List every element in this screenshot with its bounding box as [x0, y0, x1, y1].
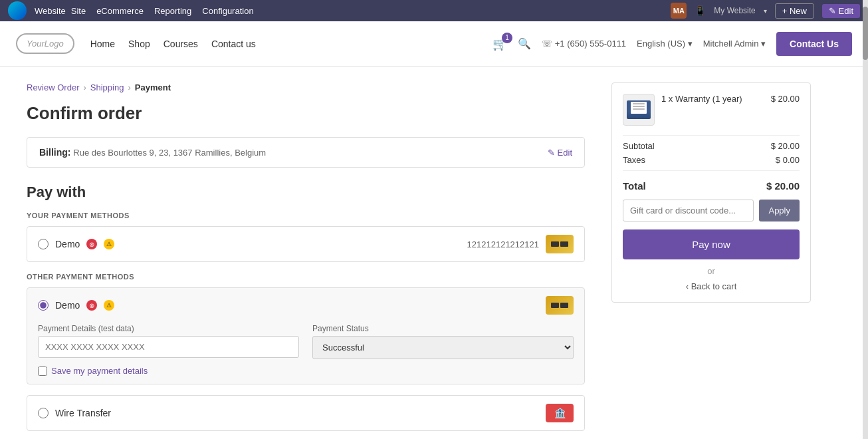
subtotal-label: Subtotal: [623, 141, 655, 151]
subtotal-row: Subtotal $ 20.00: [623, 141, 800, 151]
avatar: MA: [671, 3, 687, 19]
demo-method-name-other: Demo: [55, 300, 80, 311]
demo-method-name-your: Demo: [55, 239, 80, 249]
mobile-icon: 📱: [695, 5, 706, 16]
breadcrumb-shipping[interactable]: Shipping: [90, 82, 124, 92]
total-value: $ 20.00: [766, 180, 800, 192]
left-panel: Review Order › Shipping › Payment Confir…: [27, 82, 585, 431]
admin-nav-ecommerce[interactable]: eCommerce: [96, 6, 144, 16]
summary-divider-1: [623, 135, 800, 136]
cart-badge: 1: [502, 33, 512, 43]
demo-red-badge-other: ⊗: [86, 300, 97, 311]
logo-text: YourLogo: [27, 39, 64, 49]
odoo-logo-icon: [8, 1, 27, 20]
demo-red-badge-your: ⊗: [86, 239, 97, 249]
or-text: or: [623, 266, 800, 276]
breadcrumb-current: Payment: [135, 82, 171, 92]
item-price: $ 20.00: [771, 94, 800, 104]
admin-app-name[interactable]: Website: [35, 6, 66, 16]
phone-number: ☏ +1 (650) 555-0111: [542, 39, 626, 49]
taxes-value: $ 0.00: [776, 155, 800, 165]
cart-button[interactable]: 🛒 1: [492, 37, 507, 51]
taxes-label: Taxes: [623, 155, 645, 165]
billing-edit-link[interactable]: ✎ Edit: [548, 148, 572, 158]
edit-button[interactable]: ✎ Edit: [822, 4, 860, 18]
save-details-checkbox[interactable]: [38, 366, 47, 376]
item-image: [623, 94, 655, 126]
my-website-label[interactable]: My Website: [714, 6, 755, 15]
payment-details-input[interactable]: [38, 336, 299, 358]
summary-divider-2: [623, 170, 800, 171]
admin-bar: Website Site eCommerce Reporting Configu…: [0, 0, 868, 21]
payment-status-field: Payment Status Successful Failed Pending: [312, 324, 574, 359]
discount-row: Apply: [623, 200, 800, 221]
breadcrumb-review-order[interactable]: Review Order: [27, 82, 79, 92]
page-title: Confirm order: [27, 103, 585, 124]
save-details-row: Save my payment details: [38, 366, 574, 376]
demo-warning-badge-other: ⚠: [104, 300, 114, 311]
your-payment-method-demo: Demo ⊗ ⚠ 121212121212121: [27, 226, 585, 262]
new-button[interactable]: + New: [775, 3, 814, 19]
chevron-down-icon: ▾: [764, 7, 767, 15]
nav-links: Home Shop Courses Contact us: [90, 39, 256, 49]
payment-method-row: Demo ⊗ ⚠ 121212121212121: [38, 235, 574, 253]
breadcrumb-sep1: ›: [83, 82, 86, 92]
wire-method-name: Wire Transfer: [55, 408, 111, 418]
nav-home[interactable]: Home: [90, 39, 115, 49]
apply-button[interactable]: Apply: [759, 200, 800, 221]
site-logo: YourLogo: [16, 33, 74, 54]
billing-info: Billing: Rue des Bourlottes 9, 23, 1367 …: [39, 147, 266, 158]
admin-nav: Site eCommerce Reporting Configuration: [71, 6, 254, 16]
nav-right: 🛒 1 🔍 ☏ +1 (650) 555-0111 English (US) ▾…: [492, 32, 852, 56]
billing-card: Billing: Rue des Bourlottes 9, 23, 1367 …: [27, 137, 585, 168]
breadcrumb: Review Order › Shipping › Payment: [27, 82, 585, 92]
subtotal-value: $ 20.00: [771, 141, 800, 151]
admin-nav-site[interactable]: Site: [71, 6, 86, 16]
save-details-label[interactable]: Save my payment details: [51, 366, 148, 376]
pay-now-button[interactable]: Pay now: [623, 229, 800, 259]
avatar-initials: MA: [673, 7, 685, 15]
breadcrumb-sep2: ›: [128, 82, 130, 92]
admin-bar-right: MA 📱 My Website ▾ + New ✎ Edit: [671, 3, 860, 19]
scrollbar[interactable]: [863, 0, 868, 439]
site-nav: YourLogo Home Shop Courses Contact us 🛒 …: [0, 21, 868, 67]
demo-radio-other[interactable]: [38, 300, 49, 311]
card-number-your: 121212121212121: [467, 239, 539, 249]
total-row: Total $ 20.00: [623, 176, 800, 192]
other-demo-row: Demo ⊗ ⚠: [38, 296, 574, 315]
order-item: 1 x Warranty (1 year) $ 20.00: [623, 94, 800, 126]
taxes-row: Taxes $ 0.00: [623, 155, 800, 165]
back-to-cart-link[interactable]: ‹ Back to cart: [623, 281, 800, 291]
payment-details-label: Payment Details (test data): [38, 324, 299, 333]
wire-radio[interactable]: [38, 408, 49, 418]
contact-us-button[interactable]: Contact Us: [776, 32, 852, 56]
card-icon-your: [546, 235, 574, 253]
discount-input[interactable]: [623, 200, 754, 221]
other-payment-method-demo: Demo ⊗ ⚠ Payment Details (test data) Pay…: [27, 287, 585, 384]
payment-details-field: Payment Details (test data): [38, 324, 299, 359]
nav-courses[interactable]: Courses: [163, 39, 198, 49]
nav-contact[interactable]: Contact us: [211, 39, 256, 49]
billing-address: Rue des Bourlottes 9, 23, 1367 Ramillies…: [73, 148, 266, 158]
payment-status-label: Payment Status: [312, 324, 574, 333]
user-menu[interactable]: Mitchell Admin ▾: [703, 39, 766, 49]
demo-radio-your[interactable]: [38, 239, 49, 249]
scrollbar-thumb[interactable]: [863, 7, 868, 60]
main-content: Review Order › Shipping › Payment Confir…: [0, 67, 837, 439]
admin-nav-configuration[interactable]: Configuration: [202, 6, 253, 16]
item-name: 1 x Warranty (1 year): [661, 94, 764, 104]
other-payment-methods-label: OTHER PAYMENT METHODS: [27, 273, 585, 281]
wire-transfer-method: Wire Transfer 🏦: [27, 395, 585, 431]
search-button[interactable]: 🔍: [518, 37, 531, 50]
your-payment-methods-label: YOUR PAYMENT METHODS: [27, 212, 585, 220]
total-label: Total: [623, 180, 646, 192]
wire-icon: 🏦: [546, 404, 574, 422]
order-summary: 1 x Warranty (1 year) $ 20.00 Subtotal $…: [611, 82, 811, 303]
nav-shop[interactable]: Shop: [128, 39, 150, 49]
card-icon-other: [546, 296, 574, 315]
language-selector[interactable]: English (US) ▾: [637, 39, 693, 49]
payment-status-select[interactable]: Successful Failed Pending: [312, 336, 574, 359]
billing-label: Billing:: [39, 147, 70, 158]
admin-nav-reporting[interactable]: Reporting: [154, 6, 191, 16]
demo-warning-badge-your: ⚠: [104, 239, 114, 249]
